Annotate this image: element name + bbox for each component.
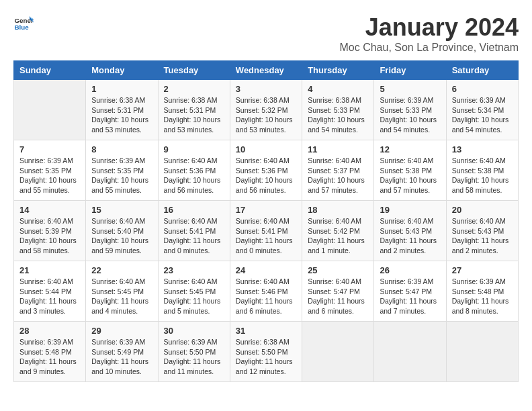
- calendar-cell: 22Sunrise: 6:40 AMSunset: 5:45 PMDayligh…: [86, 261, 158, 322]
- calendar-cell: 6Sunrise: 6:39 AMSunset: 5:34 PMDaylight…: [446, 80, 518, 140]
- calendar-cell: 10Sunrise: 6:40 AMSunset: 5:36 PMDayligh…: [230, 140, 302, 201]
- day-number: 3: [236, 84, 296, 94]
- calendar-body: 1Sunrise: 6:38 AMSunset: 5:31 PMDaylight…: [14, 80, 519, 382]
- day-number: 14: [19, 205, 80, 215]
- day-number: 27: [452, 265, 513, 275]
- day-number: 15: [91, 205, 152, 215]
- header-cell-friday: Friday: [374, 61, 446, 80]
- day-number: 18: [308, 205, 368, 215]
- page-header: General Blue January 2024 Moc Chau, Son …: [13, 13, 519, 54]
- day-number: 28: [19, 326, 80, 336]
- day-detail: Sunrise: 6:40 AMSunset: 5:45 PMDaylight:…: [164, 277, 224, 316]
- day-number: 8: [91, 144, 152, 154]
- calendar-cell: 30Sunrise: 6:39 AMSunset: 5:50 PMDayligh…: [158, 322, 230, 382]
- calendar-cell: 1Sunrise: 6:38 AMSunset: 5:31 PMDaylight…: [86, 80, 158, 140]
- calendar-cell: 5Sunrise: 6:39 AMSunset: 5:33 PMDaylight…: [374, 80, 446, 140]
- day-number: 1: [91, 84, 152, 94]
- logo: General Blue: [13, 13, 34, 34]
- calendar-cell: [374, 322, 446, 382]
- calendar-cell: 3Sunrise: 6:38 AMSunset: 5:32 PMDaylight…: [230, 80, 302, 140]
- calendar-cell: 18Sunrise: 6:40 AMSunset: 5:42 PMDayligh…: [302, 201, 374, 261]
- day-number: 24: [236, 265, 296, 275]
- calendar-cell: 17Sunrise: 6:40 AMSunset: 5:41 PMDayligh…: [230, 201, 302, 261]
- day-number: 26: [380, 265, 440, 275]
- day-number: 4: [308, 84, 368, 94]
- calendar-cell: 11Sunrise: 6:40 AMSunset: 5:37 PMDayligh…: [302, 140, 374, 201]
- calendar-cell: 15Sunrise: 6:40 AMSunset: 5:40 PMDayligh…: [86, 201, 158, 261]
- day-detail: Sunrise: 6:40 AMSunset: 5:36 PMDaylight:…: [236, 156, 296, 195]
- header-cell-wednesday: Wednesday: [230, 61, 302, 80]
- day-detail: Sunrise: 6:40 AMSunset: 5:44 PMDaylight:…: [19, 277, 80, 316]
- day-detail: Sunrise: 6:39 AMSunset: 5:33 PMDaylight:…: [380, 95, 440, 135]
- header-cell-saturday: Saturday: [446, 61, 518, 80]
- day-number: 31: [236, 326, 296, 336]
- week-row-1: 1Sunrise: 6:38 AMSunset: 5:31 PMDaylight…: [14, 80, 519, 140]
- day-number: 6: [452, 84, 513, 94]
- day-detail: Sunrise: 6:40 AMSunset: 5:41 PMDaylight:…: [164, 216, 224, 256]
- calendar-table: SundayMondayTuesdayWednesdayThursdayFrid…: [13, 60, 519, 382]
- page-subtitle: Moc Chau, Son La Province, Vietnam: [339, 42, 519, 54]
- day-detail: Sunrise: 6:38 AMSunset: 5:33 PMDaylight:…: [308, 95, 368, 135]
- day-detail: Sunrise: 6:39 AMSunset: 5:50 PMDaylight:…: [164, 337, 224, 377]
- calendar-cell: 27Sunrise: 6:39 AMSunset: 5:48 PMDayligh…: [446, 261, 518, 322]
- day-number: 19: [380, 205, 440, 215]
- day-detail: Sunrise: 6:40 AMSunset: 5:39 PMDaylight:…: [19, 216, 80, 256]
- calendar-cell: 24Sunrise: 6:40 AMSunset: 5:46 PMDayligh…: [230, 261, 302, 322]
- day-number: 20: [452, 205, 513, 215]
- week-row-4: 21Sunrise: 6:40 AMSunset: 5:44 PMDayligh…: [14, 261, 519, 322]
- day-number: 13: [452, 144, 513, 154]
- day-number: 22: [91, 265, 152, 275]
- day-detail: Sunrise: 6:39 AMSunset: 5:49 PMDaylight:…: [91, 337, 152, 377]
- title-area: January 2024 Moc Chau, Son La Province, …: [339, 13, 519, 54]
- calendar-cell: 25Sunrise: 6:40 AMSunset: 5:47 PMDayligh…: [302, 261, 374, 322]
- header-cell-monday: Monday: [86, 61, 158, 80]
- calendar-cell: 7Sunrise: 6:39 AMSunset: 5:35 PMDaylight…: [14, 140, 86, 201]
- calendar-cell: 12Sunrise: 6:40 AMSunset: 5:38 PMDayligh…: [374, 140, 446, 201]
- calendar-cell: 23Sunrise: 6:40 AMSunset: 5:45 PMDayligh…: [158, 261, 230, 322]
- day-detail: Sunrise: 6:40 AMSunset: 5:38 PMDaylight:…: [380, 156, 440, 195]
- calendar-cell: 4Sunrise: 6:38 AMSunset: 5:33 PMDaylight…: [302, 80, 374, 140]
- calendar-cell: 16Sunrise: 6:40 AMSunset: 5:41 PMDayligh…: [158, 201, 230, 261]
- day-number: 17: [236, 205, 296, 215]
- day-detail: Sunrise: 6:40 AMSunset: 5:47 PMDaylight:…: [308, 277, 368, 316]
- calendar-cell: [446, 322, 518, 382]
- day-detail: Sunrise: 6:39 AMSunset: 5:48 PMDaylight:…: [452, 277, 513, 316]
- week-row-5: 28Sunrise: 6:39 AMSunset: 5:48 PMDayligh…: [14, 322, 519, 382]
- calendar-cell: 21Sunrise: 6:40 AMSunset: 5:44 PMDayligh…: [14, 261, 86, 322]
- header-row: SundayMondayTuesdayWednesdayThursdayFrid…: [14, 61, 519, 80]
- day-number: 25: [308, 265, 368, 275]
- calendar-cell: 26Sunrise: 6:39 AMSunset: 5:47 PMDayligh…: [374, 261, 446, 322]
- calendar-cell: [302, 322, 374, 382]
- day-detail: Sunrise: 6:40 AMSunset: 5:41 PMDaylight:…: [236, 216, 296, 256]
- day-number: 9: [164, 144, 224, 154]
- day-number: 2: [164, 84, 224, 94]
- calendar-header: SundayMondayTuesdayWednesdayThursdayFrid…: [14, 61, 519, 80]
- day-number: 11: [308, 144, 368, 154]
- calendar-cell: 20Sunrise: 6:40 AMSunset: 5:43 PMDayligh…: [446, 201, 518, 261]
- day-detail: Sunrise: 6:40 AMSunset: 5:37 PMDaylight:…: [308, 156, 368, 195]
- calendar-cell: 31Sunrise: 6:38 AMSunset: 5:50 PMDayligh…: [230, 322, 302, 382]
- day-detail: Sunrise: 6:40 AMSunset: 5:38 PMDaylight:…: [452, 156, 513, 195]
- day-number: 10: [236, 144, 296, 154]
- day-detail: Sunrise: 6:39 AMSunset: 5:47 PMDaylight:…: [380, 277, 440, 316]
- day-number: 30: [164, 326, 224, 336]
- day-detail: Sunrise: 6:38 AMSunset: 5:50 PMDaylight:…: [236, 337, 296, 377]
- calendar-cell: 14Sunrise: 6:40 AMSunset: 5:39 PMDayligh…: [14, 201, 86, 261]
- day-number: 23: [164, 265, 224, 275]
- day-detail: Sunrise: 6:40 AMSunset: 5:43 PMDaylight:…: [452, 216, 513, 256]
- day-detail: Sunrise: 6:40 AMSunset: 5:46 PMDaylight:…: [236, 277, 296, 316]
- day-number: 29: [91, 326, 152, 336]
- day-number: 16: [164, 205, 224, 215]
- day-number: 21: [19, 265, 80, 275]
- day-detail: Sunrise: 6:38 AMSunset: 5:31 PMDaylight:…: [91, 95, 152, 135]
- day-number: 7: [19, 144, 80, 154]
- day-number: 12: [380, 144, 440, 154]
- header-cell-thursday: Thursday: [302, 61, 374, 80]
- calendar-cell: 2Sunrise: 6:38 AMSunset: 5:31 PMDaylight…: [158, 80, 230, 140]
- header-cell-tuesday: Tuesday: [158, 61, 230, 80]
- calendar-cell: 8Sunrise: 6:39 AMSunset: 5:35 PMDaylight…: [86, 140, 158, 201]
- day-detail: Sunrise: 6:39 AMSunset: 5:35 PMDaylight:…: [91, 156, 152, 195]
- calendar-cell: 29Sunrise: 6:39 AMSunset: 5:49 PMDayligh…: [86, 322, 158, 382]
- logo-icon: General Blue: [13, 13, 34, 34]
- calendar-cell: [14, 80, 86, 140]
